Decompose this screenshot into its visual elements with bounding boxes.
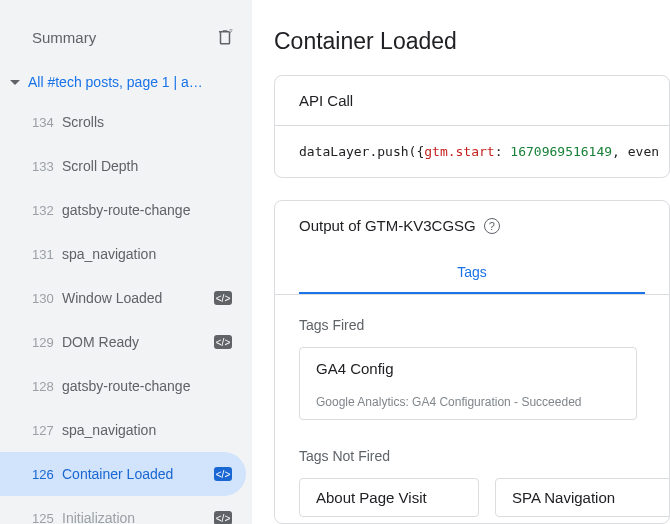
event-label: Scrolls	[62, 114, 232, 130]
clear-icon[interactable]	[216, 28, 234, 46]
caret-down-icon	[10, 80, 20, 85]
output-heading-pre: Output of	[299, 217, 365, 234]
page-title: Container Loaded	[274, 28, 670, 55]
code-trail: , even	[612, 144, 659, 159]
api-call-panel: API Call dataLayer.push({gtm.start: 1670…	[274, 75, 670, 178]
event-item[interactable]: 131spa_navigation	[0, 232, 246, 276]
event-label: gatsby-route-change	[62, 378, 232, 394]
event-label: Window Loaded	[62, 290, 208, 306]
code-key: gtm.start	[424, 144, 494, 159]
code-badge-icon: </>	[214, 291, 232, 305]
event-item[interactable]: 126Container Loaded</>	[0, 452, 246, 496]
event-number: 134	[32, 115, 62, 130]
code-num: 1670969516149	[510, 144, 612, 159]
event-item[interactable]: 134Scrolls	[0, 100, 246, 144]
help-icon[interactable]: ?	[484, 218, 500, 234]
event-label: Initialization	[62, 510, 208, 524]
event-number: 129	[32, 335, 62, 350]
summary-sidebar: Summary All #tech posts, page 1 | a… 134…	[0, 0, 252, 524]
event-number: 127	[32, 423, 62, 438]
event-number: 126	[32, 467, 62, 482]
event-number: 130	[32, 291, 62, 306]
code-badge-icon: </>	[214, 511, 232, 524]
event-number: 132	[32, 203, 62, 218]
event-list: 134Scrolls133Scroll Depth132gatsby-route…	[0, 96, 252, 524]
code-badge-icon: </>	[214, 335, 232, 349]
tag-card-not-fired[interactable]: SPA Navigation	[495, 478, 670, 517]
tags-fired-label: Tags Fired	[299, 317, 669, 333]
event-number: 125	[32, 511, 62, 525]
group-title: All #tech posts, page 1 | a…	[28, 74, 240, 90]
event-number: 128	[32, 379, 62, 394]
tag-meta: Google Analytics: GA4 Configuration - Su…	[316, 395, 620, 409]
main-pane: Container Loaded API Call dataLayer.push…	[252, 0, 670, 524]
sidebar-title: Summary	[32, 29, 96, 46]
event-item[interactable]: 130Window Loaded</>	[0, 276, 246, 320]
event-item[interactable]: 129DOM Ready</>	[0, 320, 246, 364]
event-label: gatsby-route-change	[62, 202, 232, 218]
tag-name: GA4 Config	[316, 360, 620, 377]
event-group: All #tech posts, page 1 | a… 134Scrolls1…	[0, 68, 252, 524]
event-label: Scroll Depth	[62, 158, 232, 174]
group-header[interactable]: All #tech posts, page 1 | a…	[0, 68, 252, 96]
event-item[interactable]: 125Initialization</>	[0, 496, 246, 524]
code-badge-icon: </>	[214, 467, 232, 481]
tags-not-fired-label: Tags Not Fired	[299, 448, 669, 464]
output-panel: Output of GTM-KV3CGSG ? Tags Tags Fired …	[274, 200, 670, 524]
event-item[interactable]: 132gatsby-route-change	[0, 188, 246, 232]
event-number: 131	[32, 247, 62, 262]
event-item[interactable]: 128gatsby-route-change	[0, 364, 246, 408]
output-container-id: GTM-KV3CGSG	[365, 217, 476, 234]
event-label: DOM Ready	[62, 334, 208, 350]
api-call-heading: API Call	[275, 76, 669, 125]
event-item[interactable]: 127spa_navigation	[0, 408, 246, 452]
tags-not-fired-row: About Page VisitSPA Navigation	[275, 478, 669, 523]
api-call-code: dataLayer.push({gtm.start: 1670969516149…	[275, 126, 669, 177]
tags-fired-row: GA4 Config Google Analytics: GA4 Configu…	[275, 347, 669, 426]
tag-name: SPA Navigation	[512, 489, 658, 506]
tab-tags[interactable]: Tags	[299, 250, 645, 294]
tag-card-not-fired[interactable]: About Page Visit	[299, 478, 479, 517]
event-item[interactable]: 133Scroll Depth	[0, 144, 246, 188]
event-label: spa_navigation	[62, 422, 232, 438]
code-fn: dataLayer.push	[299, 144, 409, 159]
output-heading: Output of GTM-KV3CGSG ?	[275, 201, 669, 250]
tag-card-fired[interactable]: GA4 Config Google Analytics: GA4 Configu…	[299, 347, 637, 420]
event-label: spa_navigation	[62, 246, 232, 262]
tag-name: About Page Visit	[316, 489, 462, 506]
event-label: Container Loaded	[62, 466, 208, 482]
event-number: 133	[32, 159, 62, 174]
output-tabs: Tags	[275, 250, 669, 295]
sidebar-header: Summary	[0, 28, 252, 46]
